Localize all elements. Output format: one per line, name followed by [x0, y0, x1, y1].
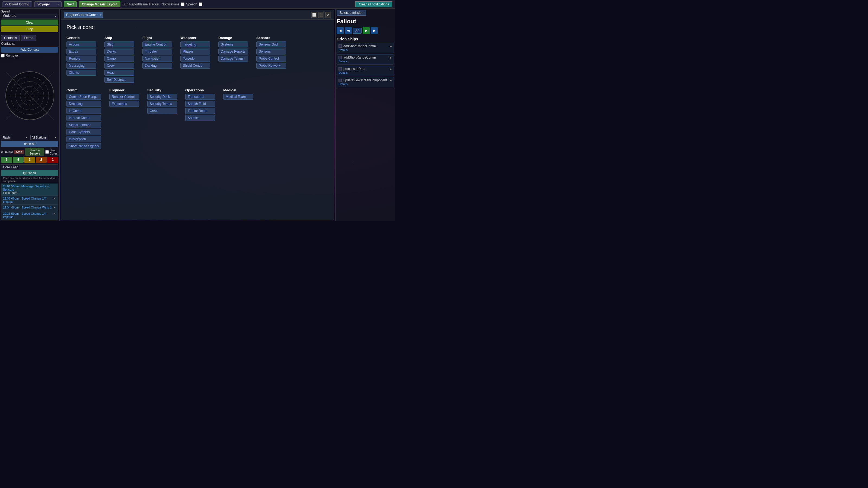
core-feed-item-2[interactable]: 19:34:46pm - Speed Change Warp 1 ✕	[1, 205, 58, 211]
dismiss-button-1[interactable]: ✕	[53, 197, 56, 201]
core-damage-teams[interactable]: Damage Teams	[218, 56, 248, 62]
core-sensors[interactable]: Sensors	[256, 48, 286, 55]
core-probe-network[interactable]: Probe Network	[256, 63, 286, 69]
core-crew-security[interactable]: Crew	[147, 108, 177, 114]
core-reactor-control[interactable]: Reactor Control	[109, 94, 139, 100]
ship-entry-header-3[interactable]: updateViewscreenComponent ▶	[339, 78, 392, 82]
core-code-cyphers[interactable]: Code Cyphers	[66, 129, 101, 135]
clear-notifications-button[interactable]: Clear all notifications	[355, 1, 393, 8]
num-1-button[interactable]: 1	[47, 157, 58, 163]
core-exocomps[interactable]: Exocomps	[109, 101, 139, 107]
ship-details-2[interactable]: Details	[339, 71, 392, 74]
core-short-range-signals[interactable]: Short Range Signals	[66, 143, 101, 149]
flash-station-selector[interactable]: All Stations	[30, 135, 48, 140]
core-internal-comm[interactable]: Internal Comm	[66, 115, 101, 121]
dismiss-button-2[interactable]: ✕	[53, 206, 56, 209]
remove-checkbox[interactable]	[1, 54, 5, 58]
flash-type-selector[interactable]: Flash	[1, 135, 11, 140]
minimize-button[interactable]: ⬜	[311, 12, 317, 18]
ship-entry-header-1[interactable]: addShortRangeComm ▶	[339, 56, 392, 59]
flash-all-button[interactable]: flash all	[1, 141, 58, 147]
core-phaser[interactable]: Phaser	[180, 48, 210, 55]
core-thruster[interactable]: Thruster	[143, 48, 172, 55]
core-extras[interactable]: Extras	[66, 48, 96, 55]
bug-report-button[interactable]: Bug Report/Issue Tracker	[123, 2, 159, 6]
core-navigation[interactable]: Navigation	[143, 56, 172, 62]
core-lr-comm[interactable]: Lr Comm	[66, 108, 101, 114]
prev-button[interactable]: ◀	[337, 27, 344, 34]
ship-details-1[interactable]: Details	[339, 59, 392, 63]
mosaic-button[interactable]: Change Mosaic Layout	[79, 1, 120, 7]
core-ship[interactable]: Ship	[104, 41, 134, 47]
ship-arrow-0[interactable]: ▶	[390, 45, 392, 48]
ship-details-0[interactable]: Details	[339, 48, 392, 52]
next-button[interactable]: Next	[64, 1, 77, 7]
ship-arrow-2[interactable]: ▶	[390, 67, 392, 70]
core-feed-item-3[interactable]: 19:33:59pm - Speed Change 1/4 Impulse ✕	[1, 211, 58, 220]
ship-checkbox-3[interactable]	[339, 78, 342, 82]
num-2-button[interactable]: 2	[36, 157, 47, 163]
close-window-button[interactable]: ✕	[325, 12, 331, 18]
core-docking[interactable]: Docking	[143, 63, 172, 69]
core-probe-control[interactable]: Probe Control	[256, 56, 286, 62]
contacts-tab[interactable]: Contacts	[1, 35, 20, 41]
num-3-button[interactable]: 3	[24, 157, 35, 163]
core-heat[interactable]: Heat	[104, 70, 134, 76]
core-signal-jammer[interactable]: Signal Jammer	[66, 122, 101, 128]
core-decks[interactable]: Decks	[104, 48, 134, 55]
core-cargo[interactable]: Cargo	[104, 56, 134, 62]
back-button[interactable]: <- Client Config	[2, 1, 32, 7]
core-self-destruct[interactable]: Self Destruct	[104, 77, 134, 83]
core-stealth-field[interactable]: Stealth Field	[185, 101, 215, 107]
core-feed-item-0[interactable]: 20:01:50pm - Message: Security -> Sensor…	[1, 184, 58, 196]
play-button[interactable]: ▶	[363, 27, 370, 34]
core-decoding[interactable]: Decoding	[66, 101, 101, 107]
core-remote[interactable]: Remote	[66, 56, 96, 62]
core-comm-short-range[interactable]: Comm Short Range	[66, 94, 101, 100]
send-sensors-button[interactable]: Send to Sensors	[25, 148, 44, 156]
next-play-button[interactable]: ▶	[371, 27, 378, 34]
maximize-button[interactable]: ⬛	[318, 12, 324, 18]
core-interception[interactable]: Interception	[66, 136, 101, 142]
ship-checkbox-1[interactable]	[339, 56, 342, 59]
core-crew[interactable]: Crew	[104, 63, 134, 69]
core-shuttles[interactable]: Shuttles	[185, 115, 215, 121]
ship-entry-header-2[interactable]: processedData ▶	[339, 67, 392, 71]
core-messaging[interactable]: Messaging	[66, 63, 96, 69]
stop-timer-button[interactable]: Stop	[14, 150, 24, 154]
clear-speed-button[interactable]: Clear	[1, 20, 58, 26]
core-shield-control[interactable]: Shield Control	[180, 63, 210, 69]
mission-select-button[interactable]: Select a mission	[337, 10, 366, 16]
ship-entry-header-0[interactable]: addShortRangeComm ▶	[339, 44, 392, 48]
stop-button[interactable]: Stop	[1, 26, 58, 32]
core-torpedo[interactable]: Torpedo	[180, 56, 210, 62]
core-medical-teams[interactable]: Medical Teams	[223, 94, 253, 100]
core-damage-reports[interactable]: Damage Reports	[218, 48, 248, 55]
num-5-button[interactable]: 5	[1, 157, 12, 163]
core-targeting[interactable]: Targeting	[180, 41, 210, 47]
ship-checkbox-2[interactable]	[339, 67, 342, 70]
num-4-button[interactable]: 4	[13, 157, 24, 163]
core-systems[interactable]: Systems	[218, 41, 248, 47]
ship-selector[interactable]: Voyager	[34, 1, 62, 7]
speed-selector[interactable]: Moderate Full Impulse Warp 1	[1, 13, 58, 19]
core-feed-item-1[interactable]: 19:36:06pm - Speed Change 1/4 Impulse ✕	[1, 196, 58, 205]
core-transporter[interactable]: Transporter	[185, 94, 215, 100]
extras-tab[interactable]: Extras	[21, 35, 36, 41]
skip-button[interactable]: ⏭	[345, 27, 352, 34]
core-security-teams[interactable]: Security Teams	[147, 101, 177, 107]
sync-cores-checkbox[interactable]	[45, 150, 49, 154]
ignore-all-button[interactable]: Ignore All	[1, 170, 58, 176]
ship-checkbox-0[interactable]	[339, 44, 342, 48]
core-engine-control[interactable]: Engine Control	[143, 41, 172, 47]
notifications-checkbox[interactable]	[181, 2, 184, 6]
speech-checkbox[interactable]	[199, 2, 203, 6]
add-contact-button[interactable]: Add Contact	[1, 46, 58, 53]
ship-arrow-3[interactable]: ▶	[390, 79, 392, 82]
core-actions[interactable]: Actions	[66, 41, 96, 47]
core-security-decks[interactable]: Security Decks	[147, 94, 177, 100]
core-selector[interactable]: EngineControlCore	[64, 12, 103, 18]
ship-details-3[interactable]: Details	[339, 82, 392, 86]
dismiss-button-3[interactable]: ✕	[53, 212, 56, 216]
core-sensors-grid[interactable]: Sensors Grid	[256, 41, 286, 47]
